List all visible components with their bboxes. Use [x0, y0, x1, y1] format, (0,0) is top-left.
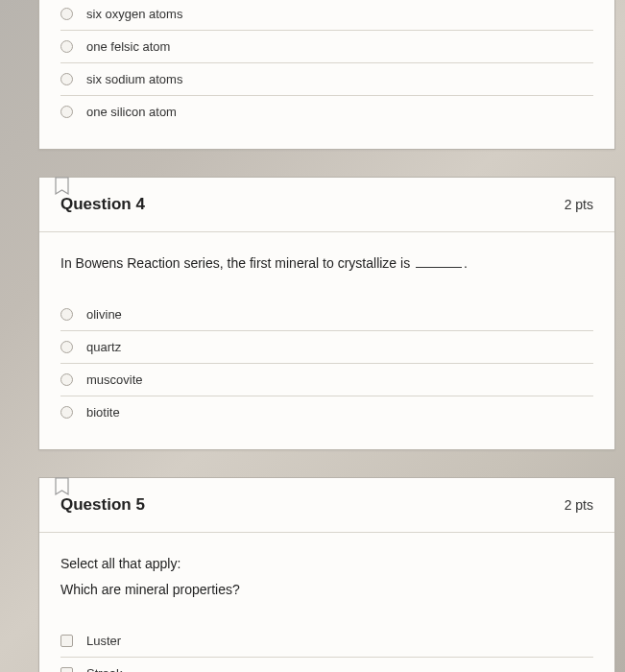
option-row[interactable]: one silicon atom — [60, 96, 593, 128]
blank-fill — [416, 267, 462, 268]
question-header: Question 4 2 pts — [39, 178, 614, 232]
option-label: Luster — [86, 634, 121, 648]
question-5-options: Luster Streak Viscosity Age — [60, 625, 593, 672]
question-title: Question 5 — [60, 495, 145, 515]
question-3-options: six oxygen atoms one felsic atom six sod… — [60, 0, 593, 128]
option-label: six oxygen atoms — [86, 7, 182, 21]
checkbox-icon[interactable] — [60, 667, 73, 672]
radio-icon[interactable] — [60, 106, 73, 118]
radio-icon[interactable] — [60, 406, 73, 419]
radio-icon[interactable] — [60, 308, 73, 321]
bookmark-icon[interactable] — [54, 477, 70, 496]
option-label: one felsic atom — [86, 39, 170, 54]
option-label: one silicon atom — [86, 105, 177, 119]
option-row[interactable]: Streak — [60, 658, 593, 672]
option-row[interactable]: six sodium atoms — [60, 63, 593, 96]
radio-icon[interactable] — [60, 341, 73, 353]
prompt-text: Select all that apply: — [60, 554, 593, 574]
radio-icon[interactable] — [60, 40, 73, 53]
question-points: 2 pts — [565, 197, 593, 212]
checkbox-icon[interactable] — [60, 635, 73, 647]
option-row[interactable]: Luster — [60, 625, 593, 658]
prompt-text: . — [464, 255, 468, 271]
option-row[interactable]: six oxygen atoms — [60, 0, 593, 31]
radio-icon[interactable] — [60, 73, 73, 85]
question-5-card: Question 5 2 pts Select all that apply: … — [38, 477, 615, 672]
option-label: quartz — [86, 340, 121, 354]
option-label: muscovite — [86, 372, 143, 387]
question-4-card: Question 4 2 pts In Bowens Reaction seri… — [38, 177, 615, 450]
radio-icon[interactable] — [60, 373, 73, 386]
option-row[interactable]: quartz — [60, 331, 593, 364]
question-points: 2 pts — [565, 497, 593, 513]
option-row[interactable]: muscovite — [60, 364, 593, 396]
question-title: Question 4 — [60, 195, 145, 214]
option-row[interactable]: one felsic atom — [60, 31, 593, 63]
bookmark-icon[interactable] — [54, 177, 70, 196]
option-row[interactable]: biotite — [60, 396, 593, 428]
prompt-text: In Bowens Reaction series, the first min… — [60, 255, 414, 271]
option-label: olivine — [86, 307, 122, 322]
option-label: Streak — [86, 666, 123, 672]
question-prompt: Select all that apply: Which are mineral… — [60, 554, 593, 600]
question-header: Question 5 2 pts — [39, 478, 614, 533]
option-row[interactable]: olivine — [60, 299, 593, 331]
option-label: six sodium atoms — [86, 72, 182, 86]
question-3-card: six oxygen atoms one felsic atom six sod… — [38, 0, 615, 150]
question-prompt: In Bowens Reaction series, the first min… — [60, 253, 593, 274]
question-4-options: olivine quartz muscovite biotite — [60, 299, 593, 428]
prompt-text: Which are mineral properties? — [60, 580, 593, 600]
radio-icon[interactable] — [60, 8, 73, 20]
option-label: biotite — [86, 405, 120, 420]
